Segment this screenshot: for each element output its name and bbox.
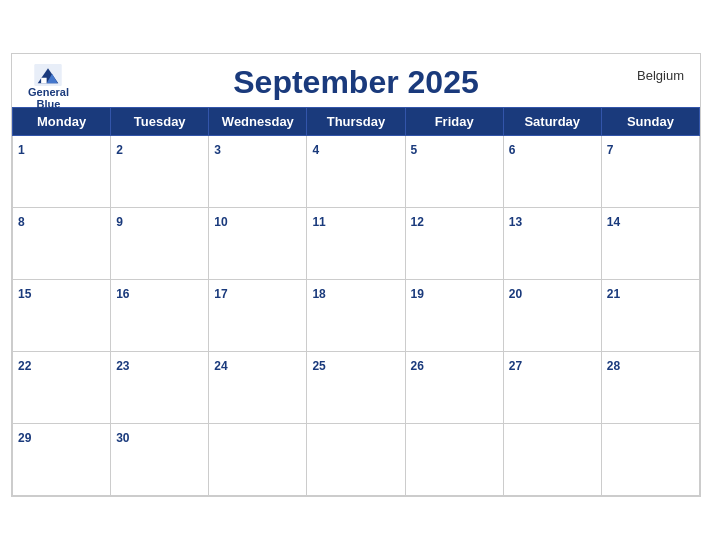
day-cell-19: 19	[405, 280, 503, 352]
week-row-5: 2930	[13, 424, 700, 496]
date-number-18: 18	[312, 287, 325, 301]
empty-cell-w4-d6	[601, 424, 699, 496]
date-number-27: 27	[509, 359, 522, 373]
day-cell-23: 23	[111, 352, 209, 424]
day-cell-6: 6	[503, 136, 601, 208]
day-cell-15: 15	[13, 280, 111, 352]
day-cell-29: 29	[13, 424, 111, 496]
generalblue-logo-icon	[34, 64, 62, 86]
day-cell-17: 17	[209, 280, 307, 352]
calendar-container: General Blue September 2025 Belgium Mond…	[11, 53, 701, 497]
date-number-2: 2	[116, 143, 123, 157]
day-cell-27: 27	[503, 352, 601, 424]
header-wednesday: Wednesday	[209, 108, 307, 136]
week-row-1: 1234567	[13, 136, 700, 208]
date-number-19: 19	[411, 287, 424, 301]
header-thursday: Thursday	[307, 108, 405, 136]
day-cell-20: 20	[503, 280, 601, 352]
day-cell-1: 1	[13, 136, 111, 208]
date-number-26: 26	[411, 359, 424, 373]
header-sunday: Sunday	[601, 108, 699, 136]
day-cell-26: 26	[405, 352, 503, 424]
date-number-8: 8	[18, 215, 25, 229]
day-cell-28: 28	[601, 352, 699, 424]
day-cell-30: 30	[111, 424, 209, 496]
date-number-30: 30	[116, 431, 129, 445]
date-number-3: 3	[214, 143, 221, 157]
day-cell-14: 14	[601, 208, 699, 280]
date-number-13: 13	[509, 215, 522, 229]
day-cell-9: 9	[111, 208, 209, 280]
day-cell-24: 24	[209, 352, 307, 424]
svg-rect-3	[42, 78, 48, 84]
day-cell-3: 3	[209, 136, 307, 208]
header-friday: Friday	[405, 108, 503, 136]
days-header-row: Monday Tuesday Wednesday Thursday Friday…	[13, 108, 700, 136]
date-number-9: 9	[116, 215, 123, 229]
date-number-28: 28	[607, 359, 620, 373]
date-number-11: 11	[312, 215, 325, 229]
header-saturday: Saturday	[503, 108, 601, 136]
day-cell-21: 21	[601, 280, 699, 352]
day-cell-4: 4	[307, 136, 405, 208]
date-number-29: 29	[18, 431, 31, 445]
date-number-15: 15	[18, 287, 31, 301]
date-number-21: 21	[607, 287, 620, 301]
empty-cell-w4-d2	[209, 424, 307, 496]
calendar-table: Monday Tuesday Wednesday Thursday Friday…	[12, 107, 700, 496]
date-number-25: 25	[312, 359, 325, 373]
date-number-20: 20	[509, 287, 522, 301]
day-cell-18: 18	[307, 280, 405, 352]
day-cell-25: 25	[307, 352, 405, 424]
date-number-4: 4	[312, 143, 319, 157]
day-cell-8: 8	[13, 208, 111, 280]
day-cell-7: 7	[601, 136, 699, 208]
date-number-24: 24	[214, 359, 227, 373]
date-number-12: 12	[411, 215, 424, 229]
date-number-5: 5	[411, 143, 418, 157]
header-monday: Monday	[13, 108, 111, 136]
week-row-3: 15161718192021	[13, 280, 700, 352]
day-cell-5: 5	[405, 136, 503, 208]
date-number-14: 14	[607, 215, 620, 229]
day-cell-12: 12	[405, 208, 503, 280]
empty-cell-w4-d4	[405, 424, 503, 496]
week-row-2: 891011121314	[13, 208, 700, 280]
date-number-23: 23	[116, 359, 129, 373]
calendar-header: General Blue September 2025 Belgium	[12, 54, 700, 107]
logo-area: General Blue	[28, 64, 69, 110]
week-row-4: 22232425262728	[13, 352, 700, 424]
day-cell-13: 13	[503, 208, 601, 280]
logo-blue-text: Blue	[37, 98, 61, 110]
day-cell-16: 16	[111, 280, 209, 352]
day-cell-11: 11	[307, 208, 405, 280]
country-label: Belgium	[637, 68, 684, 83]
date-number-1: 1	[18, 143, 25, 157]
day-cell-22: 22	[13, 352, 111, 424]
date-number-16: 16	[116, 287, 129, 301]
header-tuesday: Tuesday	[111, 108, 209, 136]
calendar-title: September 2025	[233, 64, 478, 101]
day-cell-10: 10	[209, 208, 307, 280]
day-cell-2: 2	[111, 136, 209, 208]
date-number-22: 22	[18, 359, 31, 373]
date-number-10: 10	[214, 215, 227, 229]
date-number-6: 6	[509, 143, 516, 157]
date-number-7: 7	[607, 143, 614, 157]
logo-general-text: General	[28, 86, 69, 98]
calendar-body: 1234567891011121314151617181920212223242…	[13, 136, 700, 496]
empty-cell-w4-d3	[307, 424, 405, 496]
date-number-17: 17	[214, 287, 227, 301]
empty-cell-w4-d5	[503, 424, 601, 496]
